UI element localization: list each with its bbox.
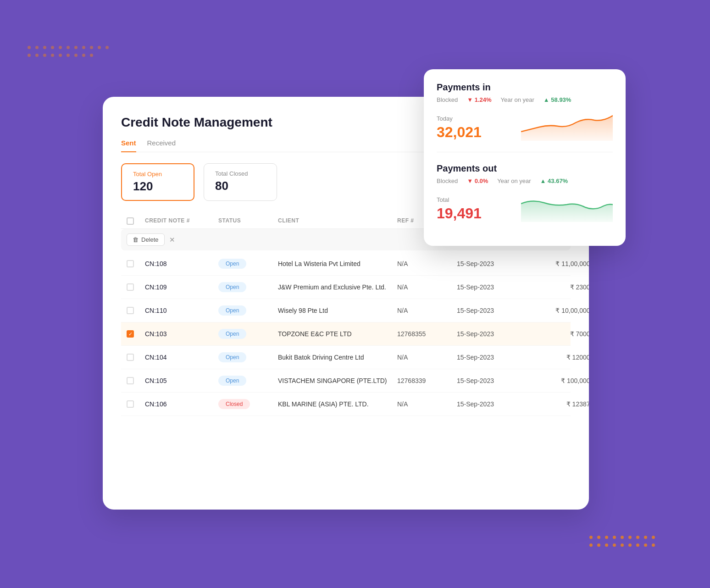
table-row: ✓ CN:103 Open TOPZONE E&C PTE LTD 127683… (121, 322, 571, 346)
trash-icon: 🗑 (133, 236, 139, 243)
delete-button[interactable]: 🗑 Delete (127, 233, 165, 246)
main-container: Credit Note Management Sent Received Tot… (103, 69, 607, 519)
payments-out-left: Total 19,491 (437, 196, 482, 222)
status-cell: Open (218, 259, 278, 269)
date-value: 15-Sep-2023 (457, 260, 526, 267)
row-checkbox[interactable] (127, 400, 134, 408)
credit-note-id: CN:110 (145, 307, 218, 314)
payments-in-content: Today 32,021 (437, 109, 613, 141)
ref-number: N/A (397, 307, 457, 314)
payments-in-title: Payments in (437, 82, 613, 93)
client-name: Hotel La Wisteria Pvt Limited (278, 260, 397, 267)
payments-in-blocked-pct: ▼ 1.24% (467, 96, 491, 103)
payments-in-left: Today 32,021 (437, 115, 482, 141)
amount-value: ₹ 12387.75 (526, 400, 589, 408)
payments-out-content: Total 19,491 (437, 190, 613, 222)
header-checkbox[interactable] (127, 217, 145, 225)
credit-note-id: CN:106 (145, 400, 218, 408)
row-checkbox[interactable] (127, 307, 134, 314)
amount-value: ₹ 11,00,000.50 (526, 260, 589, 267)
table-row: CN:109 Open J&W Premium and Exclusive Pt… (121, 276, 571, 299)
client-name: TOPZONE E&C PTE LTD (278, 330, 397, 338)
ref-number: N/A (397, 354, 457, 361)
row-checkbox[interactable] (127, 377, 134, 384)
client-name: VISTACHEM SINGAPORE (PTE.LTD) (278, 377, 397, 384)
date-value: 15-Sep-2023 (457, 307, 526, 314)
decorative-dots-top-left (28, 46, 109, 57)
payments-in-yoy-label: Year on year (501, 96, 534, 103)
payments-in-section: Payments in Blocked ▼ 1.24% Year on year… (437, 82, 613, 141)
table-rows: CN:108 Open Hotel La Wisteria Pvt Limite… (121, 252, 571, 416)
status-cell: Open (218, 376, 278, 386)
table-row: CN:110 Open Wisely 98 Pte Ltd N/A 15-Sep… (121, 299, 571, 322)
credit-note-id: CN:108 (145, 260, 218, 267)
amount-value: ₹ 7000.00 (526, 330, 589, 338)
payments-out-chart (521, 190, 613, 222)
status-badge: Open (218, 376, 246, 386)
ref-number: N/A (397, 400, 457, 408)
table-row: CN:108 Open Hotel La Wisteria Pvt Limite… (121, 252, 571, 276)
table-row: CN:105 Open VISTACHEM SINGAPORE (PTE.LTD… (121, 369, 571, 393)
status-cell: Open (218, 329, 278, 339)
row-checkbox[interactable] (127, 260, 134, 267)
header-client: CLIENT (278, 217, 397, 225)
header-credit-note: CREDIT NOTE # (145, 217, 218, 225)
row-checkbox[interactable]: ✓ (127, 330, 134, 338)
amount-value: ₹ 100,000.00 (526, 377, 589, 384)
payments-out-yoy-label: Year on year (497, 178, 531, 184)
status-cell: Open (218, 352, 278, 362)
open-label: Total Open (133, 171, 183, 178)
payments-out-section: Payments out Blocked ▼ 0.0% Year on year… (437, 152, 613, 222)
row-checkbox[interactable] (127, 354, 134, 361)
payments-in-blocked-label: Blocked (437, 96, 458, 103)
status-cell: Closed (218, 399, 278, 409)
table-row: CN:104 Open Bukit Batok Driving Centre L… (121, 346, 571, 369)
payments-in-value: 32,021 (437, 124, 482, 141)
payments-out-total: Total (437, 196, 482, 203)
date-value: 15-Sep-2023 (457, 377, 526, 384)
amount-value: ₹ 2300.00 (526, 283, 589, 291)
client-name: KBL MARINE (ASIA) PTE. LTD. (278, 400, 397, 408)
decorative-dots-bottom-right (589, 536, 655, 547)
payments-out-meta: Blocked ▼ 0.0% Year on year ▲ 43.67% (437, 178, 613, 184)
summary-card-open: Total Open 120 (121, 163, 194, 201)
date-value: 15-Sep-2023 (457, 330, 526, 338)
status-badge: Open (218, 352, 246, 362)
status-badge: Open (218, 305, 246, 316)
summary-card-closed: Total Closed 80 (204, 163, 277, 201)
client-name: Wisely 98 Pte Ltd (278, 307, 397, 314)
payments-out-blocked-label: Blocked (437, 178, 458, 184)
status-cell: Open (218, 305, 278, 316)
status-badge: Open (218, 329, 246, 339)
status-badge: Open (218, 282, 246, 292)
table-row: CN:106 Closed KBL MARINE (ASIA) PTE. LTD… (121, 393, 571, 416)
date-value: 15-Sep-2023 (457, 283, 526, 291)
row-checkbox[interactable] (127, 283, 134, 291)
ref-number: N/A (397, 260, 457, 267)
tab-sent[interactable]: Sent (121, 139, 136, 152)
payments-out-value: 19,491 (437, 205, 482, 222)
close-icon[interactable]: ✕ (169, 236, 175, 244)
ref-number: 12768355 (397, 330, 457, 338)
credit-note-id: CN:109 (145, 283, 218, 291)
payments-in-chart (521, 109, 613, 141)
status-badge: Closed (218, 399, 250, 409)
client-name: Bukit Batok Driving Centre Ltd (278, 354, 397, 361)
client-name: J&W Premium and Exclusive Pte. Ltd. (278, 283, 397, 291)
header-status: STATUS (218, 217, 278, 225)
credit-note-id: CN:104 (145, 354, 218, 361)
payments-card: Payments in Blocked ▼ 1.24% Year on year… (424, 69, 626, 246)
payments-out-yoy-pct: ▲ 43.67% (540, 178, 568, 184)
payments-in-meta: Blocked ▼ 1.24% Year on year ▲ 58.93% (437, 96, 613, 103)
amount-value: ₹ 10,00,000.00 (526, 307, 589, 314)
amount-value: ₹ 12000.00 (526, 354, 589, 361)
tab-received[interactable]: Received (147, 139, 176, 152)
status-badge: Open (218, 259, 246, 269)
payments-in-today: Today (437, 115, 482, 122)
payments-in-yoy-pct: ▲ 58.93% (544, 96, 571, 103)
credit-note-id: CN:103 (145, 330, 218, 338)
closed-label: Total Closed (215, 170, 266, 177)
open-value: 120 (133, 179, 183, 194)
ref-number: N/A (397, 283, 457, 291)
date-value: 15-Sep-2023 (457, 400, 526, 408)
